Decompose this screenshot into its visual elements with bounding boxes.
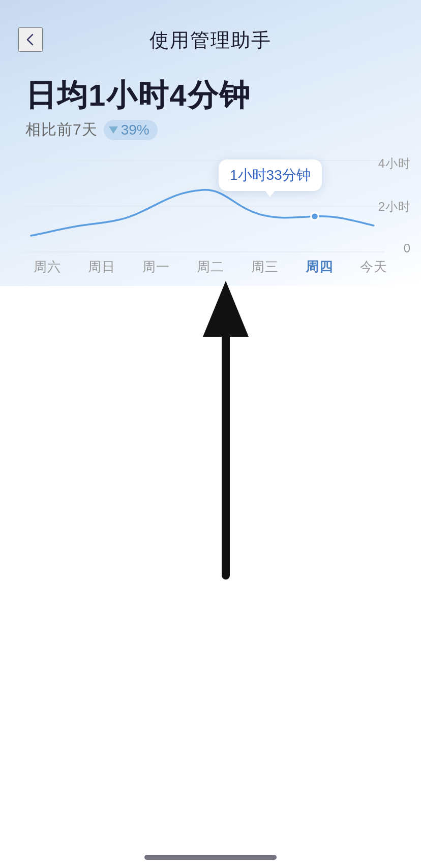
chart-line: [20, 160, 406, 252]
x-label-sun: 周日: [75, 258, 129, 276]
back-button[interactable]: [18, 27, 43, 52]
comparison-pct: 39%: [121, 122, 149, 138]
x-label-thu: 周四: [292, 258, 346, 276]
chart-section: 1小时33分钟 4小时 2小时 0: [0, 145, 421, 286]
page-title: 使用管理助手: [149, 27, 272, 53]
chart-svg-wrapper: [5, 160, 416, 254]
comparison-label: 相比前7天: [25, 119, 98, 140]
stats-section: 日均1小时4分钟 相比前7天 39%: [0, 63, 421, 145]
nav-bar: 使用管理助手: [0, 0, 421, 63]
comparison-row: 相比前7天 39%: [25, 119, 396, 140]
back-icon: [23, 33, 38, 47]
daily-avg-title: 日均1小时4分钟: [25, 79, 396, 112]
x-label-sat: 周六: [20, 258, 75, 276]
svg-marker-5: [203, 281, 249, 337]
x-label-today: 今天: [346, 258, 401, 276]
home-indicator: [144, 855, 277, 860]
trend-down-icon: [109, 126, 118, 134]
svg-point-3: [311, 213, 319, 220]
content-section: [0, 286, 421, 868]
arrow-annotation-svg: [195, 271, 256, 586]
x-label-mon: 周一: [129, 258, 184, 276]
comparison-badge: 39%: [104, 120, 158, 140]
arrow-annotation-container: [0, 286, 421, 591]
